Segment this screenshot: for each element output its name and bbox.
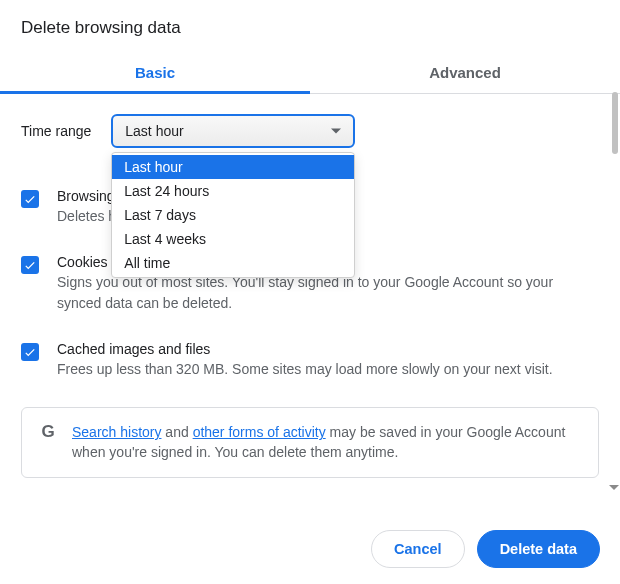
scrollbar-down-icon[interactable]	[609, 485, 619, 490]
google-icon: G	[38, 422, 58, 442]
time-range-dropdown-list: Last hour Last 24 hours Last 7 days Last…	[111, 152, 355, 278]
time-option-all-time[interactable]: All time	[112, 251, 354, 275]
dialog-content: Time range Last hour Last hour Last 24 h…	[0, 94, 620, 478]
scrollbar-thumb[interactable]	[612, 92, 618, 154]
checkmark-icon	[23, 345, 37, 359]
time-range-dropdown-button[interactable]: Last hour	[111, 114, 355, 148]
checkmark-icon	[23, 258, 37, 272]
dialog-footer: Cancel Delete data	[371, 530, 600, 568]
option-desc: Signs you out of most sites. You'll stay…	[57, 272, 599, 313]
chevron-down-icon	[331, 129, 341, 134]
option-text: Cached images and files Frees up less th…	[57, 341, 553, 379]
search-history-link[interactable]: Search history	[72, 424, 161, 440]
notice-mid: and	[161, 424, 192, 440]
dialog-title: Delete browsing data	[0, 0, 620, 52]
checkmark-icon	[23, 192, 37, 206]
time-option-last-4-weeks[interactable]: Last 4 weeks	[112, 227, 354, 251]
time-range-row: Time range Last hour Last hour Last 24 h…	[21, 114, 599, 148]
option-cache: Cached images and files Frees up less th…	[21, 341, 599, 379]
scrollbar[interactable]	[610, 92, 618, 490]
checkbox-cookies[interactable]	[21, 256, 39, 274]
option-desc: Frees up less than 320 MB. Some sites ma…	[57, 359, 553, 379]
tab-basic[interactable]: Basic	[0, 52, 310, 93]
time-range-selected: Last hour	[125, 123, 183, 139]
time-range-dropdown[interactable]: Last hour Last hour Last 24 hours Last 7…	[111, 114, 355, 148]
cancel-button[interactable]: Cancel	[371, 530, 465, 568]
delete-data-button[interactable]: Delete data	[477, 530, 600, 568]
checkbox-browsing-history[interactable]	[21, 190, 39, 208]
time-option-last-24-hours[interactable]: Last 24 hours	[112, 179, 354, 203]
time-option-last-7-days[interactable]: Last 7 days	[112, 203, 354, 227]
notice-text: Search history and other forms of activi…	[72, 422, 582, 463]
other-activity-link[interactable]: other forms of activity	[193, 424, 326, 440]
time-range-label: Time range	[21, 123, 91, 139]
tab-advanced[interactable]: Advanced	[310, 52, 620, 93]
google-account-notice: G Search history and other forms of acti…	[21, 407, 599, 478]
time-option-last-hour[interactable]: Last hour	[112, 155, 354, 179]
checkbox-cache[interactable]	[21, 343, 39, 361]
tab-bar: Basic Advanced	[0, 52, 620, 94]
option-title: Cached images and files	[57, 341, 553, 357]
